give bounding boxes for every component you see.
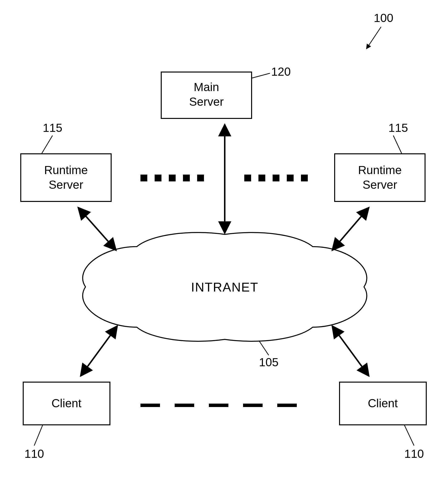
- runtime-right-label-1: Runtime: [358, 164, 402, 177]
- svg-line-21: [404, 425, 414, 446]
- runtime-right-ref: 115: [388, 121, 408, 134]
- runtime-left-label-1: Runtime: [44, 164, 88, 177]
- connector-client-right-intranet: [332, 326, 369, 376]
- runtime-server-right-node: Runtime Server 115: [335, 121, 425, 201]
- svg-rect-15: [287, 175, 294, 181]
- svg-line-0: [366, 27, 381, 49]
- client-right-node: Client 110: [340, 382, 426, 460]
- main-server-ref: 120: [271, 65, 291, 78]
- svg-rect-14: [273, 175, 279, 181]
- system-ref-label: 100: [374, 11, 393, 24]
- svg-line-4: [42, 136, 53, 154]
- main-server-node: Main Server 120: [161, 65, 291, 118]
- client-left-node: Client 110: [23, 382, 110, 460]
- intranet-ref: 105: [259, 356, 278, 369]
- ellipsis-dots-right: [244, 175, 308, 181]
- main-server-label-1: Main: [194, 81, 219, 94]
- svg-rect-5: [335, 154, 425, 201]
- runtime-server-left-node: Runtime Server 115: [21, 121, 111, 201]
- runtime-right-label-2: Server: [363, 178, 397, 191]
- svg-line-17: [259, 341, 269, 355]
- system-ref: 100: [366, 11, 393, 49]
- svg-rect-11: [197, 175, 204, 181]
- svg-line-19: [34, 425, 43, 446]
- svg-rect-16: [301, 175, 308, 181]
- network-diagram: 100 Main Server 120 Runtime Server 115 R…: [0, 0, 448, 481]
- client-left-ref: 110: [24, 447, 44, 460]
- connector-runtime-left-intranet: [78, 208, 116, 250]
- svg-line-6: [393, 136, 402, 154]
- svg-rect-7: [140, 175, 147, 181]
- svg-rect-13: [258, 175, 265, 181]
- svg-rect-10: [183, 175, 190, 181]
- main-server-label-2: Server: [189, 95, 224, 108]
- runtime-left-label-2: Server: [49, 178, 83, 191]
- connector-client-left-intranet: [81, 326, 117, 376]
- runtime-left-ref: 115: [43, 121, 62, 134]
- client-right-label: Client: [368, 397, 398, 410]
- connector-runtime-right-intranet: [332, 208, 369, 250]
- ellipsis-dots-left: [140, 175, 204, 181]
- svg-rect-3: [21, 154, 111, 201]
- svg-line-2: [252, 73, 270, 78]
- svg-rect-12: [244, 175, 251, 181]
- svg-rect-9: [169, 175, 176, 181]
- client-left-label: Client: [52, 397, 82, 410]
- client-right-ref: 110: [404, 447, 424, 460]
- intranet-label: INTRANET: [191, 280, 258, 294]
- intranet-cloud: INTRANET 105: [83, 232, 367, 369]
- svg-rect-8: [155, 175, 161, 181]
